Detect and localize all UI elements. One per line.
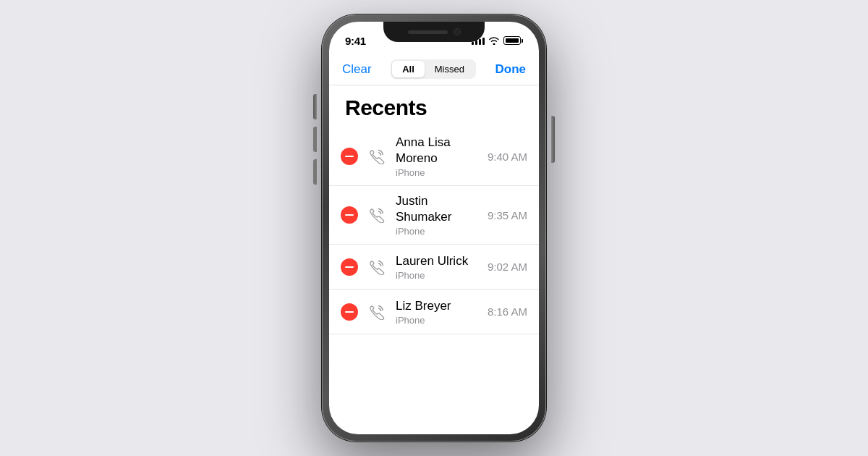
wifi-icon xyxy=(488,36,500,45)
segment-missed[interactable]: Missed xyxy=(425,61,475,77)
call-time: 9:02 AM xyxy=(488,261,527,273)
phone-icon xyxy=(369,207,385,223)
call-icon-wrap xyxy=(367,302,387,322)
call-time: 9:35 AM xyxy=(488,209,527,221)
speaker xyxy=(408,30,448,34)
list-item: Liz Breyer iPhone 8:16 AM xyxy=(329,290,539,334)
call-info: Justin Shumaker iPhone xyxy=(396,193,479,237)
minus-icon xyxy=(345,266,354,268)
notch xyxy=(383,22,485,42)
delete-button[interactable] xyxy=(341,258,358,276)
segmented-control[interactable]: All Missed xyxy=(391,59,476,79)
call-type: iPhone xyxy=(396,270,479,281)
segment-all[interactable]: All xyxy=(392,61,425,77)
minus-icon xyxy=(345,156,354,157)
call-info: Anna Lisa Moreno iPhone xyxy=(396,135,479,178)
phone-icon xyxy=(369,259,385,275)
page-title: Recents xyxy=(329,85,539,127)
call-time: 8:16 AM xyxy=(488,305,527,318)
call-info: Liz Breyer iPhone xyxy=(396,298,479,326)
delete-button[interactable] xyxy=(341,303,358,321)
call-type: iPhone xyxy=(396,167,479,178)
phone-frame: 9:41 xyxy=(322,14,546,442)
list-item: Anna Lisa Moreno iPhone 9:40 AM xyxy=(329,127,539,186)
call-icon-wrap xyxy=(367,257,387,277)
call-icon-wrap xyxy=(367,205,387,225)
camera xyxy=(454,28,461,35)
call-type: iPhone xyxy=(396,315,479,326)
call-name: Lauren Ulrick xyxy=(396,253,479,269)
list-item: Justin Shumaker iPhone 9:35 AM xyxy=(329,186,539,245)
done-button[interactable]: Done xyxy=(495,62,527,77)
call-name: Liz Breyer xyxy=(396,298,479,314)
call-type: iPhone xyxy=(396,226,479,237)
call-name: Anna Lisa Moreno xyxy=(396,135,479,166)
list-item: Lauren Ulrick iPhone 9:02 AM xyxy=(329,245,539,290)
phone-icon xyxy=(369,148,385,164)
delete-button[interactable] xyxy=(341,148,358,165)
battery-icon xyxy=(503,36,523,45)
status-time: 9:41 xyxy=(345,35,366,47)
minus-icon xyxy=(345,311,354,313)
recents-list: Anna Lisa Moreno iPhone 9:40 AM Justin S… xyxy=(329,127,539,334)
call-name: Justin Shumaker xyxy=(396,193,479,225)
call-time: 9:40 AM xyxy=(488,151,527,163)
call-info: Lauren Ulrick iPhone xyxy=(396,253,479,281)
call-icon-wrap xyxy=(367,146,387,166)
delete-button[interactable] xyxy=(341,206,358,224)
clear-button[interactable]: Clear xyxy=(342,62,372,77)
phone-screen: 9:41 xyxy=(329,22,539,434)
phone-icon xyxy=(369,304,385,320)
navigation-bar: Clear All Missed Done xyxy=(329,54,539,85)
minus-icon xyxy=(345,214,354,216)
